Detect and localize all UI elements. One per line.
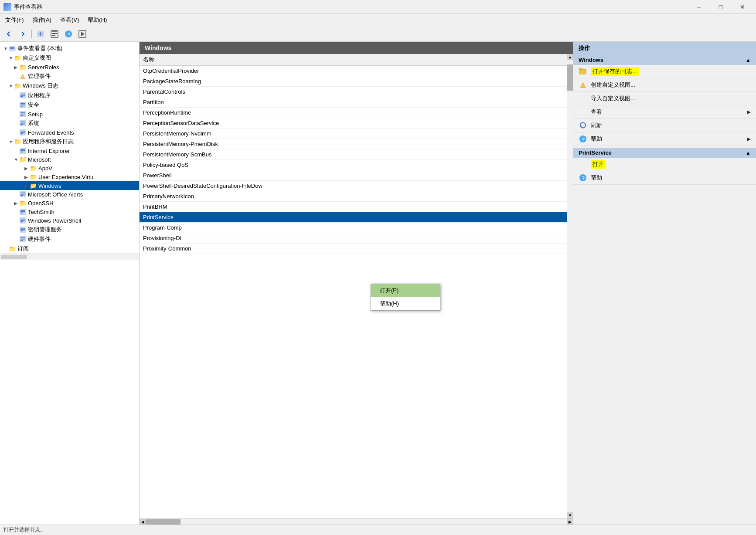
windows-section-header[interactable]: Windows ▲	[573, 55, 756, 65]
table-row[interactable]: Program-Comp	[140, 223, 567, 233]
table-row[interactable]: ParentalControls	[140, 87, 567, 97]
tree-node-windows-ps[interactable]: Windows PowerShell	[0, 216, 139, 225]
table-row[interactable]: OtpCredentialProvider	[140, 66, 567, 76]
table-row[interactable]: PrintBRM	[140, 202, 567, 212]
table-row[interactable]: Proximity-Common	[140, 244, 567, 254]
context-menu-open[interactable]: 打开(P)	[371, 284, 440, 297]
table-row[interactable]: PackageStateRoaming	[140, 76, 567, 87]
restore-button[interactable]: □	[711, 0, 731, 14]
tree-node-subscriptions[interactable]: 📁 订阅	[0, 244, 139, 254]
close-button[interactable]: ✕	[732, 0, 753, 14]
tree-node-openssh[interactable]: ▶ 📁 OpenSSH	[0, 199, 139, 207]
tree-node-microsoft[interactable]: ▼ 📁 Microsoft	[0, 155, 139, 164]
action-create-custom-view[interactable]: ! 创建自定义视图...	[573, 78, 756, 92]
tree-node-setup[interactable]: Setup	[0, 110, 139, 119]
back-button[interactable]	[3, 28, 15, 40]
scroll-thumb[interactable]	[567, 64, 573, 91]
tree-node-security[interactable]: 安全	[0, 100, 139, 110]
action-import-custom-view[interactable]: 导入自定义视图...	[573, 92, 756, 105]
tree-node-windows-sub[interactable]: ▶ 📁 Windows	[0, 181, 139, 190]
svg-rect-33	[20, 133, 23, 134]
tree-panel: ▼ 事件查看器 (本地) ▼ 📁 自定义视图 ▶ 📁 ServerRoles	[0, 42, 140, 525]
scroll-up-btn[interactable]: ▲	[567, 54, 573, 60]
menu-help[interactable]: 帮助(H)	[84, 15, 110, 25]
menu-view[interactable]: 查看(V)	[57, 15, 82, 25]
windows-ps-icon	[19, 217, 26, 224]
svg-rect-21	[20, 106, 23, 107]
server-roles-label: ServerRoles	[28, 64, 59, 71]
tree-node-hardware[interactable]: 硬件事件	[0, 234, 139, 244]
tree-node-appv[interactable]: ▶ 📁 AppV	[0, 164, 139, 173]
techsmith-label: TechSmith	[28, 209, 54, 215]
table-row[interactable]: PowerShell-DesiredStateConfiguration-Fil…	[140, 181, 567, 191]
minimize-button[interactable]: ─	[689, 0, 709, 14]
menu-file[interactable]: 文件(F)	[2, 15, 27, 25]
custom-views-arrow: ▼	[9, 56, 14, 61]
action-refresh[interactable]: 刷新	[573, 119, 756, 132]
svg-rect-25	[20, 115, 23, 116]
table-row[interactable]: PerceptionSensorDataService	[140, 118, 567, 129]
tree-node-app-service-logs[interactable]: ▼ 📁 应用程序和服务日志	[0, 137, 139, 146]
action-help[interactable]: ? 帮助 ▶	[573, 132, 756, 146]
content-hscroll[interactable]: ◀ ▶	[140, 518, 573, 525]
table-row-printservice[interactable]: PrintService	[140, 212, 567, 223]
action-open-saved-log[interactable]: 打开保存的日志...	[573, 65, 756, 78]
hscroll-right[interactable]: ▶	[567, 519, 573, 525]
table-row[interactable]: PersistentMemory-ScmBus	[140, 149, 567, 160]
run-button[interactable]	[76, 28, 89, 40]
tree-node-user-exp[interactable]: ▶ 📁 User Experience Virtu	[0, 173, 139, 181]
table-row[interactable]: Policy-based QoS	[140, 160, 567, 170]
svg-rect-29	[20, 124, 23, 125]
appv-icon: 📁	[30, 165, 37, 172]
table-row[interactable]: PersistentMemory-PmemDisk	[140, 139, 567, 149]
forwarded-events-label: Forwarded Events	[28, 129, 74, 136]
tree-root[interactable]: ▼ 事件查看器 (本地)	[0, 44, 139, 53]
action-view[interactable]: 查看 ▶	[573, 105, 756, 119]
svg-rect-37	[20, 152, 23, 152]
properties-button[interactable]	[48, 28, 61, 40]
tree-node-application[interactable]: 应用程序	[0, 91, 139, 100]
printservice-section-header[interactable]: PrintService ▲	[573, 148, 756, 158]
content-vscroll[interactable]: ▲ ▼	[567, 54, 573, 518]
help-button[interactable]: ?	[62, 28, 75, 40]
action-help-printservice[interactable]: ? 帮助	[573, 171, 756, 185]
tree-node-custom-views[interactable]: ▼ 📁 自定义视图	[0, 53, 139, 63]
hscroll-left[interactable]: ◀	[140, 519, 146, 525]
svg-text:?: ?	[68, 31, 71, 37]
tree-hscroll[interactable]	[0, 254, 139, 260]
tree-node-ie[interactable]: Internet Explorer	[0, 146, 139, 155]
table-row[interactable]: Provisioning-Di	[140, 233, 567, 244]
table-col-name[interactable]: 名称	[140, 54, 567, 65]
table-row[interactable]: PowerShell	[140, 170, 567, 181]
menu-action[interactable]: 操作(A)	[29, 15, 55, 25]
hscroll-track[interactable]	[146, 519, 567, 525]
table-row[interactable]: Partition	[140, 97, 567, 108]
scroll-down-btn[interactable]: ▼	[567, 512, 573, 518]
table-cell-name: Provisioning-Di	[140, 233, 567, 243]
scroll-track[interactable]	[567, 60, 573, 512]
tree-node-admin-events[interactable]: ! 管理事件	[0, 71, 139, 81]
table-cell-name: PersistentMemory-ScmBus	[140, 149, 567, 159]
table-cell-name: PerceptionRuntime	[140, 108, 567, 118]
tree-node-server-roles[interactable]: ▶ 📁 ServerRoles	[0, 63, 139, 71]
context-menu-help[interactable]: 帮助(H)	[371, 297, 440, 310]
table-row[interactable]: PerceptionRuntime	[140, 108, 567, 118]
tree-node-key-mgmt[interactable]: 密钥管理服务	[0, 225, 139, 234]
table-row[interactable]: PrimaryNetworkIcon	[140, 191, 567, 202]
action-open-printservice[interactable]: 打开	[573, 158, 756, 171]
tree-node-techsmith[interactable]: TechSmith	[0, 207, 139, 216]
tree-node-ms-office[interactable]: Microsoft Office Alerts	[0, 190, 139, 199]
app-icon	[3, 3, 11, 11]
svg-rect-41	[20, 195, 23, 196]
forward-button[interactable]	[17, 28, 29, 40]
svg-rect-27	[20, 122, 25, 122]
tree-root-icon	[9, 45, 16, 52]
open-saved-log-label: 打开保存的日志...	[591, 67, 639, 76]
tree-node-system[interactable]: 系统	[0, 119, 139, 128]
tree-node-windows-logs[interactable]: ▼ 📁 Windows 日志	[0, 81, 139, 91]
tree-node-forwarded-events[interactable]: Forwarded Events	[0, 128, 139, 137]
new-log-button[interactable]	[34, 28, 47, 40]
svg-rect-52	[20, 229, 25, 230]
hscroll-thumb[interactable]	[146, 519, 180, 525]
table-row[interactable]: PersistentMemory-Nvdimm	[140, 129, 567, 139]
